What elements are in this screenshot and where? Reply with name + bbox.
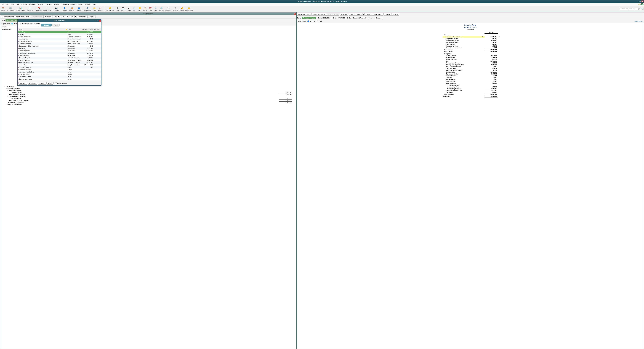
toolbar-reports[interactable]: 📈Reports <box>97 6 103 11</box>
coa-row-retained-earnings[interactable]: ◆Retained EarningsEquity <box>18 68 101 71</box>
toolbar-rmnd[interactable]: ⏰Rmnd <box>148 6 153 11</box>
toolbar-order-checks[interactable]: ✓Order Checks <box>43 6 52 11</box>
toolbar-vendors[interactable]: 🚚Vendors <box>68 6 75 11</box>
coa-row-prepaid-insurance[interactable]: ◆Prepaid InsuranceOther Current Asset1,8… <box>18 42 101 45</box>
reminders-badge[interactable]: 48 <box>640 3 644 5</box>
pl-toolbar-comment-on-report-button[interactable]: Comment on Report <box>312 13 327 15</box>
menu-vendors[interactable]: Vendors <box>53 3 60 5</box>
bs-maximize-button[interactable]: ❐ <box>292 13 294 14</box>
coa-reset-button[interactable]: Reset <box>52 23 60 26</box>
collapse-icon[interactable]: ▾ <box>446 84 447 86</box>
coa-row-accumulated-depreciation[interactable]: ◆Accumulated DepreciationFixed Asset-12,… <box>18 52 101 54</box>
pl-toolbar-excel-dropdown[interactable]: ▾ <box>371 13 373 15</box>
pl-toolbar-e-mail-button[interactable]: E-mail <box>356 13 363 15</box>
calendar-icon[interactable]: ▦ <box>332 17 334 19</box>
coa-row-furniture[interactable]: ◆FurnitureFixed Asset9,870.41 <box>18 47 101 49</box>
coa-row-foundation-grants[interactable]: ◆Foundation GrantsIncome <box>18 75 101 78</box>
pl-row-program-fees[interactable]: Program Fees325.00 <box>442 43 498 45</box>
pl-toolbar-print-dropdown[interactable]: ▾ <box>354 13 356 15</box>
pl-row-contract-labor[interactable]: Contract Labor512.37 <box>442 67 498 69</box>
bs-close-button[interactable]: ✕ <box>294 13 296 14</box>
minimize-button[interactable]: — <box>637 0 639 2</box>
pl-row-miscellaneous-income[interactable]: Miscellaneous Income42.01 <box>442 47 498 49</box>
bs-toolbar-hide-header-button[interactable]: Hide Header <box>77 15 87 18</box>
pl-toolbar-memorize-button[interactable]: Memorize <box>340 13 348 15</box>
coa-search-button[interactable]: Search <box>41 23 52 26</box>
coa-maximize-button[interactable]: ❐ <box>97 20 99 22</box>
pl-show-cols-select[interactable]: Total only <box>360 17 369 19</box>
menu-banking[interactable]: Banking <box>70 3 77 5</box>
menu-edit[interactable]: Edit <box>5 3 10 5</box>
pl-row-gross-profit[interactable]: Gross Profit50,307.01 <box>442 51 498 53</box>
coa-row-payroll-liabilities[interactable]: ◆Payroll LiabilitiesOther Current Liabil… <box>18 59 101 61</box>
menu-employees[interactable]: Employees <box>60 3 70 5</box>
pl-row-postage-and-delivery[interactable]: Postage and Delivery125.33 <box>442 62 498 64</box>
toolbar-employees[interactable]: 👥Employees <box>75 6 83 11</box>
bs-toolbar-print-dropdown[interactable]: ▾ <box>58 15 60 18</box>
toolbar-bill[interactable]: 🧾Bill <box>132 6 137 11</box>
coa-row-line-of-credit[interactable]: ◆Line of CreditLong Term Liability0.00 <box>18 64 101 66</box>
menu-lists[interactable]: Lists <box>15 3 20 5</box>
pl-row-rent[interactable]: Rent23,060.65 <box>442 60 498 62</box>
pl-row-office-supplies[interactable]: Office Supplies796.00 <box>442 80 498 82</box>
coa-row-savings[interactable]: ◆SavingsBank5,624.00 <box>18 33 101 35</box>
expand-icon[interactable]: ▶ <box>482 36 484 38</box>
pl-row-total-expense[interactable]: Total Expense64,900.03 <box>442 93 498 95</box>
coa-row-undeposited-funds[interactable]: ◆Undeposited FundsOther Current Asset18,… <box>18 40 101 42</box>
pl-dates-select[interactable]: This Month-to-date <box>302 17 316 19</box>
close-button[interactable]: ✕ <box>642 0 644 2</box>
bs-toolbar-excel-button[interactable]: Excel <box>68 15 74 18</box>
pl-to-input[interactable] <box>337 17 346 19</box>
pl-row-printing-and-reproduction[interactable]: Printing and Reproduction5,599.24 <box>442 64 498 66</box>
pl-toolbar-excel-button[interactable]: Excel <box>365 13 371 15</box>
pl-toolbar-print-button[interactable]: Print <box>349 13 354 15</box>
pl-row-other-supplies[interactable]: Other Supplies300.00 <box>442 82 498 84</box>
bs-toolbar-print-button[interactable]: Print <box>52 15 58 18</box>
toolbar-credit-cards[interactable]: 💳Credit Cards <box>184 6 194 11</box>
toolbar-backup[interactable]: 💿Backup <box>158 6 164 11</box>
bs-ltl[interactable]: Long Term Liabilities <box>6 103 292 105</box>
coa-row-opening-bal-equity[interactable]: ◆Opening Bal EquityEquity0.00 <box>18 66 101 68</box>
toolbar-item[interactable]: 🏷Item <box>115 6 120 11</box>
toolbar-feedback[interactable]: 💬Feedback <box>164 6 172 11</box>
coa-row-accounts-payable[interactable]: ◆Accounts PayableAccounts Payable4,854.0… <box>18 57 101 59</box>
pl-row-total-income[interactable]: Total Income50,307.01 <box>442 49 498 51</box>
coa-col-balance[interactable]: BALANCE TOTAL <box>82 29 94 30</box>
pl-row-expense[interactable]: ▾Expense <box>442 53 498 55</box>
maximize-button[interactable]: ❐ <box>639 0 641 2</box>
reminders-icon[interactable]: ⏲ <box>638 3 640 5</box>
bs-payroll-liab[interactable]: Payroll Liabilities <box>4 98 279 99</box>
coa-col-lightning-icon[interactable]: ⚡ <box>65 29 68 30</box>
coa-attach-button[interactable]: Attach <box>47 82 54 84</box>
pl-toolbar-hide-header-button[interactable]: Hide Header <box>373 13 384 15</box>
pl-row-consulting-expense[interactable]: Consulting Expense1,300.00 <box>442 88 498 90</box>
search-dropdown-icon[interactable]: ▾ <box>638 8 640 10</box>
coa-row-corporate-grants[interactable]: ◆Corporate GrantsIncome <box>18 73 101 75</box>
coa-row-deposit-for-rent[interactable]: ◆Deposit for RentOther Asset1,296.79 <box>18 54 101 57</box>
pl-row-bank-service-charges[interactable]: Bank Service Charges35.00 <box>442 66 498 67</box>
bs-toolbar-memorize-button[interactable]: Memorize <box>44 15 52 18</box>
toolbar-check[interactable]: ✔Check <box>126 6 132 11</box>
menu-favorites[interactable]: Favorites <box>20 3 28 5</box>
pl-row-interest-expense[interactable]: Interest Expense75.51 <box>442 75 498 77</box>
toolbar-customers[interactable]: 👤Customers <box>60 6 68 11</box>
menu-file[interactable]: File <box>0 3 5 5</box>
collapse-icon[interactable]: ▾ <box>444 53 446 54</box>
coa-reports-button[interactable]: Reports ▾ <box>38 82 46 84</box>
coa-row-bank-of-america-loan[interactable]: ◆Bank of America LoanLong Term Liability… <box>18 61 101 64</box>
pl-toolbar-collapse-button[interactable]: Collapse <box>384 13 392 15</box>
toolbar-calendar[interactable]: 📅Calendar <box>36 6 42 11</box>
pl-row-government-grants[interactable]: Government Grants1,700.00 <box>442 41 498 43</box>
menu-customers[interactable]: Customers <box>44 3 53 5</box>
toolbar-snapshots[interactable]: 📷Snapshots <box>52 6 60 11</box>
collapse-icon[interactable]: ▾ <box>444 34 446 36</box>
search-icon[interactable]: 🔍 <box>640 8 644 10</box>
toolbar-my-company[interactable]: 🏢My Company <box>6 6 15 11</box>
bs-current-liabilities[interactable]: Current Liabilities <box>6 88 292 90</box>
menu-help[interactable]: Help <box>92 3 96 5</box>
pl-row-accounting-fees[interactable]: Accounting Fees275.00 <box>442 86 498 88</box>
menu-company[interactable]: Company <box>36 3 44 5</box>
toolbar-user-licenses[interactable]: 🔑User Licenses <box>105 6 115 11</box>
pl-toolbar-share-template-button[interactable]: Share Template <box>327 13 340 15</box>
toolbar-find[interactable]: 🔍Find <box>153 6 158 11</box>
